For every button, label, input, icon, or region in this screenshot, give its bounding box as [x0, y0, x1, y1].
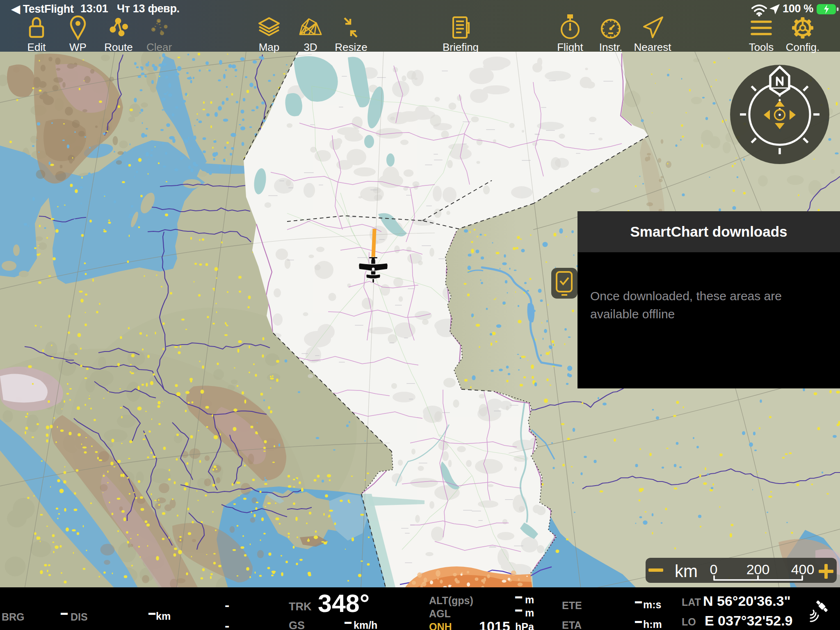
svg-text:0: 0: [710, 562, 718, 577]
svg-text:400: 400: [791, 562, 815, 577]
svg-text:km: km: [675, 562, 698, 581]
svg-text:200: 200: [746, 562, 770, 577]
